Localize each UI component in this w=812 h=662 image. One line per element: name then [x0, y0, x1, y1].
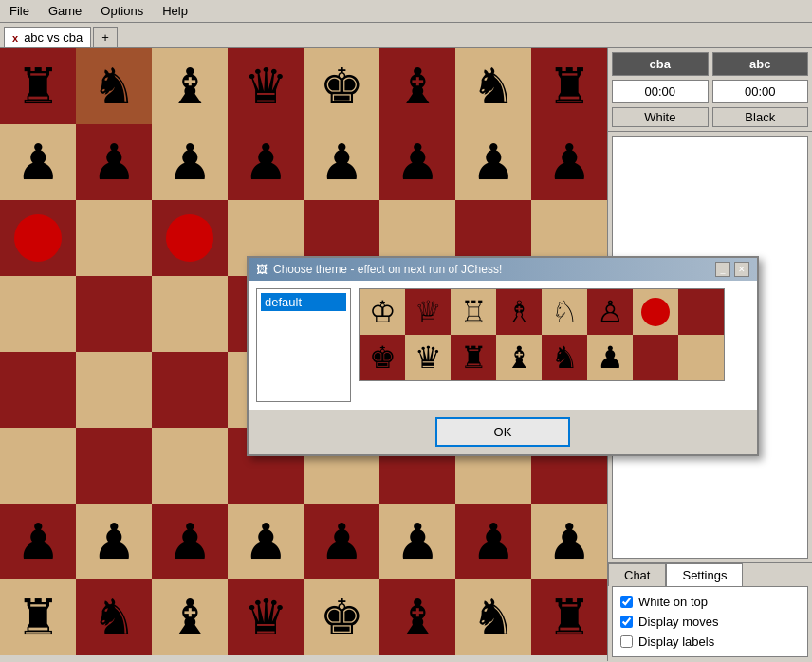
dialog-footer: OK: [249, 410, 757, 454]
preview-cell-1-2: ♜: [451, 335, 496, 380]
preview-cell-0-1: ♕: [405, 289, 451, 335]
preview-piece: ♝: [506, 340, 533, 376]
theme-dialog: 🖼 Choose theme - effect on next run of J…: [247, 256, 759, 456]
preview-piece: ♕: [415, 294, 442, 330]
preview-piece: ♔: [369, 294, 397, 330]
preview-piece: ♜: [460, 340, 488, 376]
preview-cell-1-5: ♟: [587, 335, 633, 380]
theme-list[interactable]: default: [256, 288, 351, 402]
preview-piece: ♟: [597, 340, 624, 376]
dialog-content: default ♔♕♖♗♘♙♚♛♜♝♞♟: [249, 281, 757, 410]
preview-cell-1-4: ♞: [542, 335, 587, 380]
preview-cell-0-0: ♔: [360, 289, 405, 335]
theme-preview: ♔♕♖♗♘♙♚♛♜♝♞♟: [359, 288, 725, 381]
preview-piece: ♘: [551, 294, 579, 330]
preview-piece: ♖: [460, 294, 488, 330]
theme-preview-container: ♔♕♖♗♘♙♚♛♜♝♞♟: [359, 288, 725, 402]
preview-cell-0-6: [633, 289, 678, 335]
dialog-overlay: 🖼 Choose theme - effect on next run of J…: [0, 0, 812, 662]
preview-red-circle: [641, 298, 670, 326]
preview-cell-1-3: ♝: [496, 335, 542, 380]
preview-cell-0-5: ♙: [587, 289, 633, 335]
preview-piece: ♛: [415, 340, 442, 376]
preview-cell-0-2: ♖: [451, 289, 496, 335]
preview-piece: ♙: [597, 294, 624, 330]
preview-cell-0-4: ♘: [542, 289, 587, 335]
theme-default[interactable]: default: [261, 293, 346, 311]
preview-cell-1-6: [633, 335, 678, 380]
dialog-controls: _ ✕: [715, 262, 749, 277]
preview-cell-0-3: ♗: [496, 289, 542, 335]
preview-piece: ♗: [506, 294, 533, 330]
preview-piece: ♞: [551, 340, 579, 376]
preview-piece: ♚: [369, 340, 397, 376]
preview-cell-1-7: [678, 335, 724, 380]
dialog-close-button[interactable]: ✕: [734, 262, 749, 277]
ok-button[interactable]: OK: [435, 417, 571, 447]
preview-cell-1-1: ♛: [405, 335, 451, 380]
dialog-icon: 🖼: [256, 263, 268, 276]
dialog-minimize-button[interactable]: _: [715, 262, 730, 277]
dialog-titlebar: 🖼 Choose theme - effect on next run of J…: [249, 258, 757, 281]
preview-cell-1-0: ♚: [360, 335, 405, 380]
preview-cell-0-7: [678, 289, 724, 335]
dialog-title: Choose theme - effect on next run of JCh…: [273, 263, 502, 276]
